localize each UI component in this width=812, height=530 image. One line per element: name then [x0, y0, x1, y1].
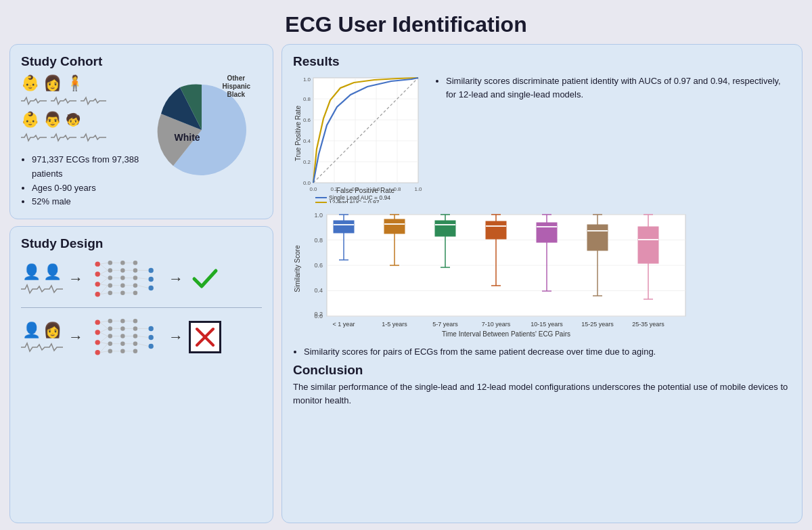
svg-line-23: [100, 264, 108, 270]
arrow-3: →: [68, 328, 83, 346]
baby-icon: 👶: [21, 74, 39, 92]
svg-text:7-10 years: 7-10 years: [482, 321, 511, 328]
svg-line-27: [100, 284, 108, 286]
svg-point-51: [108, 349, 112, 354]
svg-point-54: [120, 334, 125, 339]
adult-male2-icon: 👨: [43, 111, 62, 129]
svg-text:1.0: 1.0: [314, 212, 323, 219]
svg-text:Similarity Score: Similarity Score: [294, 245, 301, 292]
svg-rect-155: [537, 223, 557, 242]
svg-point-2: [95, 282, 100, 286]
svg-point-44: [95, 330, 100, 334]
svg-line-41: [138, 278, 149, 280]
svg-point-13: [120, 291, 125, 296]
svg-line-28: [100, 286, 108, 294]
svg-text:False Positive Rate: False Positive Rate: [336, 187, 395, 194]
ecg-line-5: [51, 133, 76, 142]
pie-label-white: White: [175, 132, 200, 143]
design-title: Study Design: [21, 236, 262, 251]
svg-point-43: [95, 320, 100, 325]
checkmark-result: [189, 263, 221, 295]
svg-point-56: [120, 349, 125, 354]
pie-label-black: Black: [227, 91, 246, 98]
ecg-line-2: [51, 96, 76, 106]
roc-chart: False Positive Rate True Positive Rate 0…: [293, 74, 428, 203]
svg-text:0.8: 0.8: [393, 186, 401, 192]
person-row-2: 👶 👨 🧒: [21, 111, 139, 129]
svg-point-60: [133, 342, 138, 347]
design-divider: [21, 307, 262, 308]
svg-point-57: [133, 319, 138, 324]
svg-point-4: [108, 261, 112, 265]
svg-text:0.2: 0.2: [303, 159, 311, 165]
svg-text:True Positive Rate: True Positive Rate: [294, 106, 302, 161]
svg-point-49: [108, 334, 112, 339]
svg-text:1-5 years: 1-5 years: [382, 321, 407, 328]
svg-text:0.6: 0.6: [314, 262, 323, 269]
svg-point-5: [108, 268, 112, 273]
svg-point-18: [133, 291, 138, 296]
design-persons-1: 👤 👤: [21, 263, 63, 294]
svg-point-21: [148, 286, 153, 290]
svg-line-85: [138, 344, 149, 347]
svg-text:10-15 years: 10-15 years: [531, 321, 563, 328]
adult-female-icon: 👩: [43, 74, 62, 92]
svg-line-42: [138, 286, 149, 288]
svg-point-12: [120, 284, 125, 288]
svg-text:0.6: 0.6: [303, 117, 311, 123]
svg-point-63: [148, 335, 153, 340]
svg-text:5-7 years: 5-7 years: [432, 321, 458, 328]
svg-line-69: [100, 336, 108, 343]
pie-label-hispanic: Hispanic: [223, 83, 251, 90]
person-row-1: 👶 👩 🧍: [21, 74, 139, 92]
svg-text:12-lead AUC = 0.97: 12-lead AUC = 0.97: [329, 199, 380, 203]
svg-point-62: [148, 326, 153, 331]
svg-rect-137: [384, 219, 405, 234]
nn-diagram-1: [89, 257, 163, 301]
svg-line-22: [100, 263, 108, 264]
ecg-line-4: [21, 133, 47, 142]
cohort-stats: 971,337 ECGs from 97,388 patients Ages 0…: [21, 153, 139, 209]
svg-point-17: [133, 284, 138, 288]
svg-line-68: [100, 332, 108, 336]
svg-point-61: [133, 349, 138, 354]
boxplot-chart: 1.0 0.8 0.6 0.4 0.2 Similarity Score 0.0: [293, 211, 692, 340]
arrow-4: →: [168, 328, 183, 346]
svg-text:0.0: 0.0: [314, 313, 323, 319]
svg-point-6: [108, 276, 112, 281]
adult-male-icon: 🧍: [66, 74, 84, 92]
page-title: ECG User Identification: [0, 0, 812, 44]
svg-text:1.0: 1.0: [303, 76, 311, 83]
svg-point-45: [95, 340, 100, 345]
svg-line-25: [100, 274, 108, 278]
svg-text:0.8: 0.8: [314, 237, 323, 244]
design-row-1: 👤 👤 →: [21, 257, 262, 301]
svg-point-8: [108, 291, 112, 296]
svg-rect-131: [334, 221, 354, 233]
conclusion-title: Conclusion: [293, 363, 791, 378]
results-title: Results: [293, 54, 791, 69]
pie-label-other: Other: [227, 74, 246, 82]
arrow-1: →: [68, 270, 83, 288]
child-icon: 🧒: [66, 112, 81, 127]
design-persons-2: 👤 👩: [21, 322, 63, 353]
svg-point-0: [95, 262, 100, 267]
svg-line-70: [100, 343, 108, 344]
svg-line-26: [100, 278, 108, 284]
svg-text:0.4: 0.4: [351, 186, 359, 192]
svg-text:0.0: 0.0: [309, 186, 317, 192]
nn-diagram-2: [89, 315, 163, 359]
svg-line-67: [100, 329, 108, 333]
study-design-card: Study Design 👤 👤 →: [9, 226, 273, 523]
svg-point-48: [108, 326, 112, 331]
svg-point-64: [148, 344, 153, 349]
results-card: Results: [281, 44, 803, 523]
ecg-line-3: [81, 96, 106, 106]
cohort-title: Study Cohort: [21, 54, 262, 69]
results-bullet-2: Similarity scores for pairs of ECGs from…: [293, 345, 791, 359]
svg-line-84: [138, 336, 149, 338]
svg-point-15: [133, 268, 138, 273]
ecg-line-6: [81, 133, 106, 142]
svg-point-55: [120, 342, 125, 347]
svg-line-71: [100, 344, 108, 353]
